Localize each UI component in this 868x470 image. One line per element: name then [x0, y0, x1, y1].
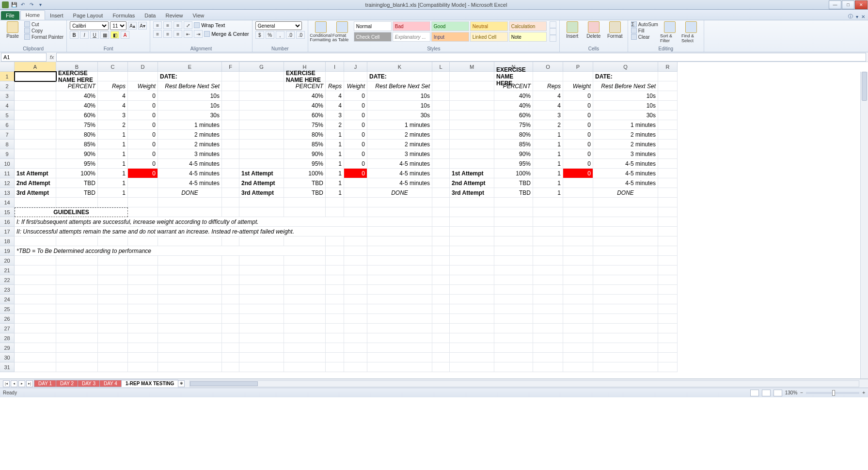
cell[interactable] — [15, 343, 56, 353]
cell[interactable] — [658, 304, 678, 314]
cell[interactable] — [494, 256, 533, 266]
cell[interactable] — [56, 295, 98, 304]
cell[interactable] — [494, 362, 533, 372]
cell[interactable] — [284, 256, 326, 266]
styles-more-icon[interactable] — [550, 35, 556, 42]
cell[interactable] — [432, 149, 450, 159]
cell[interactable]: 0 — [128, 101, 158, 110]
cell[interactable] — [15, 353, 56, 362]
cell[interactable] — [239, 101, 284, 110]
file-tab[interactable]: File — [1, 11, 19, 20]
cell[interactable]: TBD — [284, 188, 326, 198]
cell[interactable] — [563, 362, 593, 372]
row-header[interactable]: 18 — [0, 236, 15, 246]
sort-filter-button[interactable]: Sort & Filter — [660, 21, 679, 43]
cell[interactable] — [56, 314, 98, 324]
cell[interactable]: Weight — [128, 81, 158, 91]
cell[interactable] — [494, 207, 533, 217]
fx-icon[interactable]: fx — [47, 54, 56, 60]
cell[interactable] — [158, 295, 222, 304]
row-header[interactable]: 4 — [0, 101, 15, 110]
row-header[interactable]: 24 — [0, 295, 15, 304]
cell[interactable] — [15, 140, 56, 149]
cell[interactable] — [593, 333, 658, 343]
cell[interactable]: 10s — [367, 101, 432, 110]
cell[interactable] — [563, 217, 593, 227]
cell[interactable] — [158, 236, 222, 246]
cell[interactable] — [563, 275, 593, 285]
row-header[interactable]: 25 — [0, 304, 15, 314]
cell[interactable]: 1 minutes — [593, 120, 658, 130]
cell[interactable] — [432, 198, 450, 207]
cell[interactable] — [494, 198, 533, 207]
cell[interactable] — [222, 149, 239, 159]
cell[interactable]: 1 — [326, 188, 344, 198]
view-layout-icon[interactable] — [762, 390, 771, 396]
styles-down-icon[interactable] — [550, 28, 556, 35]
cell[interactable] — [432, 304, 450, 314]
cell[interactable] — [56, 343, 98, 353]
style-calculation[interactable]: Calculation — [509, 21, 547, 31]
cell[interactable] — [128, 178, 158, 188]
cell[interactable]: 85% — [56, 140, 98, 149]
cell[interactable] — [367, 362, 432, 372]
cell[interactable]: 30s — [593, 110, 658, 120]
cell[interactable]: 1 — [326, 149, 344, 159]
cell[interactable] — [344, 188, 367, 198]
cell[interactable] — [432, 362, 450, 372]
cell[interactable] — [222, 140, 239, 149]
cell[interactable] — [432, 72, 450, 81]
style-check-cell[interactable]: Check Cell — [354, 32, 392, 42]
orientation-icon[interactable]: ⤢ — [184, 21, 192, 29]
cell[interactable] — [128, 314, 158, 324]
cell[interactable]: 1 — [98, 159, 128, 169]
row-header[interactable]: 1 — [0, 72, 15, 81]
cell[interactable] — [15, 91, 56, 101]
cell[interactable] — [367, 275, 432, 285]
style-linked-cell[interactable]: Linked Cell — [470, 32, 508, 42]
cell[interactable]: 0 — [128, 130, 158, 140]
cell[interactable] — [326, 266, 344, 275]
cell[interactable] — [128, 343, 158, 353]
cell[interactable] — [494, 304, 533, 314]
cell[interactable] — [432, 130, 450, 140]
cell[interactable] — [658, 227, 678, 236]
cell[interactable] — [658, 246, 678, 256]
cell[interactable] — [593, 314, 658, 324]
cell[interactable] — [239, 110, 284, 120]
cell[interactable] — [15, 110, 56, 120]
cell[interactable]: 1st Attempt — [239, 169, 284, 178]
cell[interactable]: Rest Before Next Set — [593, 81, 658, 91]
cell[interactable] — [658, 110, 678, 120]
cell[interactable]: 0 — [563, 169, 593, 178]
cell[interactable]: 4-5 minutes — [158, 159, 222, 169]
cell[interactable] — [344, 324, 367, 333]
row-header[interactable]: 20 — [0, 256, 15, 266]
cell[interactable] — [239, 140, 284, 149]
tab-data[interactable]: Data — [140, 11, 160, 20]
row-header[interactable]: 11 — [0, 169, 15, 178]
row-header[interactable]: 22 — [0, 275, 15, 285]
row-header[interactable]: 8 — [0, 140, 15, 149]
cell[interactable] — [344, 295, 367, 304]
cell[interactable] — [432, 343, 450, 353]
cell[interactable] — [658, 198, 678, 207]
row-header[interactable]: 27 — [0, 324, 15, 333]
font-name-select[interactable]: Calibri — [70, 21, 109, 30]
align-right-icon[interactable]: ≡ — [174, 30, 182, 38]
cell[interactable] — [222, 353, 239, 362]
cell[interactable] — [450, 343, 494, 353]
name-box[interactable] — [1, 53, 47, 62]
cell[interactable] — [367, 207, 432, 217]
cell[interactable] — [450, 275, 494, 285]
cell[interactable] — [450, 266, 494, 275]
cell[interactable] — [98, 266, 128, 275]
cell[interactable] — [658, 285, 678, 295]
cell[interactable]: I: If first/subsequent attempts are succ… — [15, 217, 367, 227]
cell[interactable] — [222, 266, 239, 275]
cell[interactable]: 40% — [56, 101, 98, 110]
cell[interactable] — [450, 159, 494, 169]
cell[interactable] — [222, 110, 239, 120]
cell[interactable] — [56, 285, 98, 295]
row-header[interactable]: 2 — [0, 81, 15, 91]
